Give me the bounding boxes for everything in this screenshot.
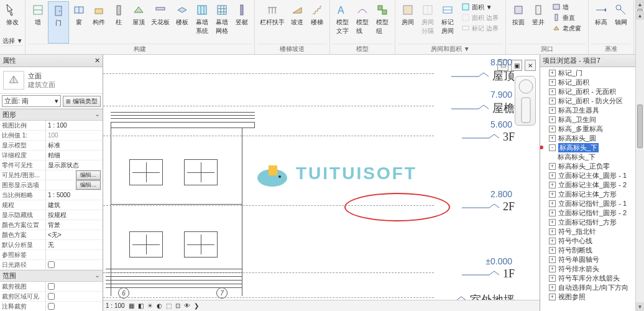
tag-area-button[interactable]: 标记 边界	[459, 24, 501, 34]
property-row[interactable]: 参照标签	[0, 250, 103, 260]
tree-item[interactable]: 标高标头_下	[540, 152, 644, 162]
view-close-button[interactable]: ✕	[525, 60, 536, 71]
grid-button[interactable]: 轴网	[611, 1, 631, 44]
model-group-button[interactable]: 模型 组	[372, 1, 392, 44]
tree-item[interactable]: +标高标头_圆	[540, 134, 644, 143]
property-row[interactable]: 裁剪视图	[0, 282, 103, 292]
tree-item[interactable]: +标记_面积 - 防火分区	[540, 96, 644, 106]
level-marker[interactable]: 8.500屋顶	[451, 68, 515, 83]
instance-selector[interactable]: 立面: 南▾	[2, 95, 61, 107]
tree-item[interactable]: +标记_面积	[540, 78, 644, 87]
edit-type-button[interactable]: ⊞ 编辑类型	[63, 96, 101, 107]
tree-item[interactable]: +立面标记指针_方形	[540, 218, 644, 227]
tree-item[interactable]: -标高标头_下	[540, 143, 644, 152]
tree-item[interactable]: +立面标记指针_圆形 - 2	[540, 208, 644, 218]
tree-item[interactable]: +标高卫生器具	[540, 106, 644, 115]
tree-item[interactable]: +符号中心线	[540, 236, 644, 246]
tree-item[interactable]: +立面标记指针_圆形 - 1	[540, 199, 644, 208]
property-row[interactable]: 零件可见性显示原状态	[0, 160, 103, 170]
railing-button[interactable]: 栏杆扶手	[257, 1, 287, 44]
vertical-opening-button[interactable]: 垂直	[550, 13, 584, 23]
property-row[interactable]: 日光路径	[0, 260, 103, 270]
tree-item[interactable]: +标高标头_正负零	[540, 162, 644, 171]
property-row[interactable]: 图形显示选项编辑...	[0, 180, 103, 190]
tree-item[interactable]: +符号_指北针	[540, 227, 644, 236]
type-selector-icon[interactable]	[3, 71, 24, 90]
visual-style-icon[interactable]: ◧	[138, 302, 144, 309]
tree-item[interactable]: +标记_门	[540, 68, 644, 78]
reveal-icon[interactable]: ❯	[194, 302, 199, 309]
shadows-icon[interactable]: ◐	[157, 302, 162, 309]
ramp-button[interactable]: 坡道	[287, 1, 307, 44]
tree-item[interactable]: +自动选择向上/向下方向	[540, 283, 644, 292]
door-button[interactable]: 门	[48, 1, 69, 44]
roof-button[interactable]: 屋顶	[129, 1, 149, 44]
stair-button[interactable]: 楼梯	[307, 1, 327, 44]
tree-item[interactable]: +标高_卫生间	[540, 115, 644, 124]
sun-path-icon[interactable]: ☀	[147, 302, 153, 309]
mullion-button[interactable]: 竖梃	[232, 1, 252, 44]
level-marker[interactable]: 7.900屋檐	[451, 101, 515, 116]
level-button[interactable]: 标高	[591, 1, 611, 44]
property-row[interactable]: 裁剪区域可见	[0, 292, 103, 302]
property-row[interactable]: 视图比例1 : 100	[0, 121, 103, 131]
property-row[interactable]: 比例值 1:100	[0, 131, 103, 141]
hide-isolate-icon[interactable]: 👁	[184, 302, 190, 309]
shaft-button[interactable]: 竖井	[528, 1, 548, 44]
model-line-button[interactable]: 模型 线	[352, 1, 372, 44]
close-properties-button[interactable]: ✕	[94, 57, 100, 65]
tree-item[interactable]: +立面标记主体_圆形 - 1	[540, 171, 644, 180]
tree-item[interactable]: +立面标记主体_圆形 - 2	[540, 180, 644, 190]
view-scale[interactable]: 1 : 100	[106, 302, 125, 309]
property-row[interactable]: 颜色方案位置背景	[0, 220, 103, 230]
dormer-button[interactable]: 老虎窗	[550, 24, 584, 34]
tree-item[interactable]: +符号车库分水线箭头	[540, 274, 644, 283]
drawing-canvas[interactable]: TUITUISOFT 6 7 ▭ ▣ ✕ 8.500屋顶7.900屋檐5.600…	[103, 55, 540, 311]
ceiling-button[interactable]: 天花板	[149, 1, 172, 44]
watermark-text: TUITUISOFT	[296, 164, 417, 183]
tree-item[interactable]: +视图参照	[540, 292, 644, 302]
curtain-grid-button[interactable]: 幕墙 网格	[212, 1, 232, 44]
window-button[interactable]: 窗	[69, 1, 89, 44]
model-text-button[interactable]: A模型 文字	[333, 1, 352, 44]
property-row[interactable]: 颜色方案<无>	[0, 230, 103, 240]
floor-button[interactable]: 楼板	[172, 1, 192, 44]
project-browser-tree[interactable]: +标记_门+标记_面积+标记_面积 - 无面积+标记_面积 - 防火分区+标高卫…	[540, 67, 644, 311]
level-marker[interactable]: 5.6003F	[462, 131, 515, 144]
property-row[interactable]: 注释裁剪	[0, 302, 103, 311]
property-row[interactable]: 当比例粗略度...1 : 5000	[0, 190, 103, 200]
property-row[interactable]: 详细程度精细	[0, 151, 103, 160]
tree-item[interactable]: +符号排水箭头	[540, 264, 644, 274]
prop-category-extent[interactable]: 范围⌄	[0, 270, 103, 282]
tree-item[interactable]: +符号单圆轴号	[540, 255, 644, 264]
property-row[interactable]: 规程建筑	[0, 200, 103, 210]
area-boundary-button[interactable]: 面积 边界	[459, 13, 501, 23]
detail-level-icon[interactable]: ▦	[129, 302, 134, 309]
area-button[interactable]: 面积 ▼	[459, 2, 501, 12]
component-button[interactable]: 构件	[89, 1, 109, 44]
select-dropdown[interactable]: 选择 ▼	[2, 37, 23, 45]
tree-item[interactable]: +符号剖断线	[540, 246, 644, 255]
level-marker[interactable]: 2.8002F	[462, 200, 515, 213]
navigation-bar[interactable]	[515, 76, 536, 126]
property-row[interactable]: 默认分析显示...无	[0, 240, 103, 250]
browser-scrollbar[interactable]: ▲▼	[635, 11, 644, 311]
crop-icon[interactable]: ⬚	[166, 302, 172, 309]
room-button[interactable]: 房间	[398, 1, 418, 44]
tree-item[interactable]: +标高_多重标高	[540, 124, 644, 134]
property-row[interactable]: 可见性/图形...编辑...	[0, 170, 103, 180]
property-row[interactable]: 显示隐藏线按规程	[0, 210, 103, 220]
crop-visible-icon[interactable]: ⊡	[175, 302, 180, 309]
level-marker[interactable]: ±0.0001F	[462, 267, 515, 281]
column-button[interactable]: 柱	[109, 1, 129, 44]
tree-item[interactable]: +标记_面积 - 无面积	[540, 87, 644, 96]
curtain-system-button[interactable]: 幕墙 系统	[192, 1, 212, 44]
wall-opening-button[interactable]: 墙	[550, 2, 584, 12]
property-row[interactable]: 显示模型标准	[0, 141, 103, 151]
by-face-button[interactable]: 按面	[508, 1, 528, 44]
wall-button[interactable]: 墙	[28, 1, 48, 44]
tag-room-button[interactable]: 标记 房间	[438, 1, 458, 44]
room-sep-button[interactable]: 房间 分隔	[418, 1, 438, 44]
prop-category-graphics[interactable]: 图形⌄	[0, 109, 103, 121]
tree-item[interactable]: +立面标记主体_方形	[540, 190, 644, 199]
